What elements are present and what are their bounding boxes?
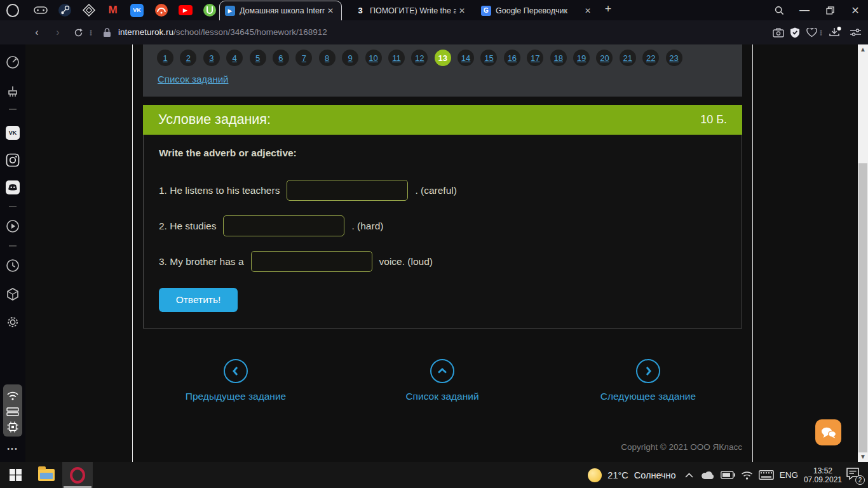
exercise-heading: Write the adverb or adjective: <box>159 147 297 159</box>
steam-icon[interactable] <box>57 3 72 18</box>
pagination-item-21[interactable]: 21 <box>620 50 636 66</box>
pagination-item-4[interactable]: 4 <box>226 50 243 66</box>
network-wifi-tray-icon[interactable] <box>741 471 753 480</box>
pagination-item-11[interactable]: 11 <box>388 50 405 66</box>
pagination-item-12[interactable]: 12 <box>411 50 428 66</box>
gem-icon[interactable] <box>81 3 96 18</box>
gmail-icon[interactable]: M <box>105 3 120 18</box>
pagination-item-8[interactable]: 8 <box>319 50 336 66</box>
back-icon[interactable]: ‹ <box>29 25 44 40</box>
sidebar-more-icon[interactable]: ••• <box>0 445 25 452</box>
close-window-button[interactable]: ✕ <box>843 0 868 20</box>
weather-temp[interactable]: 21°C <box>607 470 628 480</box>
more-dots-icon[interactable]: ••• <box>88 25 94 40</box>
pagination-item-16[interactable]: 16 <box>504 50 520 66</box>
pagination-item-5[interactable]: 5 <box>250 50 266 66</box>
language-indicator[interactable]: ENG <box>780 470 798 480</box>
scroll-up-icon[interactable]: ▲ <box>858 44 868 55</box>
pagination-item-10[interactable]: 10 <box>365 50 382 66</box>
pagination-item-17[interactable]: 17 <box>527 50 543 66</box>
pagination-item-1[interactable]: 1 <box>157 50 173 66</box>
page-scrollbar[interactable]: ▲ ▼ <box>858 44 868 462</box>
pagination-item-18[interactable]: 18 <box>550 50 567 66</box>
pagination-item-23[interactable]: 23 <box>666 50 682 66</box>
pagination-item-15[interactable]: 15 <box>480 50 497 66</box>
forward-icon[interactable]: › <box>50 25 65 40</box>
restore-button[interactable] <box>817 0 843 20</box>
tray-expand-chevron-icon[interactable] <box>685 473 693 478</box>
pagination-item-2[interactable]: 2 <box>180 50 196 66</box>
prev-task-nav[interactable]: Предыдущее задание <box>166 359 306 402</box>
tab-interneturok[interactable]: ▶ Домашняя школа Internet ✕ <box>219 1 342 20</box>
battery-icon[interactable] <box>721 471 735 479</box>
new-tab-button[interactable]: + <box>600 3 616 16</box>
tab-search-icon[interactable] <box>766 0 792 20</box>
tune-sliders-icon[interactable] <box>848 25 863 40</box>
weather-sun-icon[interactable] <box>588 468 602 482</box>
opera-gx-taskbar-button[interactable] <box>62 462 93 488</box>
pagination-item-14[interactable]: 14 <box>458 50 474 66</box>
utorrent-icon[interactable] <box>202 3 217 18</box>
close-tab-icon[interactable]: ✕ <box>456 5 468 17</box>
close-tab-icon[interactable]: ✕ <box>582 5 593 17</box>
settings-gear-icon[interactable] <box>5 315 20 330</box>
answer-input-3[interactable] <box>251 251 372 272</box>
chat-widget-button[interactable] <box>815 419 841 445</box>
snapshot-camera-icon[interactable] <box>771 25 786 40</box>
task-points: 10 Б. <box>700 113 727 126</box>
downloads-icon[interactable] <box>827 25 843 40</box>
cleaner-broom-icon[interactable] <box>5 85 20 100</box>
answer-input-1[interactable] <box>287 180 408 201</box>
minimize-button[interactable]: — <box>792 0 817 20</box>
question-text: 1. He listens to his teachers <box>159 185 280 196</box>
speed-dial-icon[interactable] <box>5 55 20 70</box>
tab-google-translate[interactable]: G Google Переводчик ✕ <box>476 1 599 20</box>
close-tab-icon[interactable]: ✕ <box>325 5 336 17</box>
adblock-shield-icon[interactable] <box>787 25 803 40</box>
vk-icon[interactable]: VK <box>130 3 144 18</box>
pagination-item-20[interactable]: 20 <box>596 50 613 66</box>
question-text: 3. My brother has a <box>159 256 244 268</box>
instagram-icon[interactable] <box>5 152 20 168</box>
tab-pomogite[interactable]: 3 ПОМОГИТЕ) Write the adv ✕ <box>350 1 473 20</box>
pagination-item-3[interactable]: 3 <box>203 50 220 66</box>
discord-icon[interactable] <box>5 180 20 195</box>
extensions-cube-icon[interactable] <box>5 287 20 302</box>
question-suffix: . (hard) <box>351 220 383 232</box>
clock[interactable]: 13:52 07.09.2021 <box>804 466 842 484</box>
player-play-icon[interactable] <box>5 219 20 234</box>
system-monitor-panel[interactable] <box>3 384 22 437</box>
task-list-nav[interactable]: Список заданий <box>372 359 512 402</box>
task-list-link-top[interactable]: Список заданий <box>158 74 228 85</box>
scrollbar-thumb[interactable] <box>858 163 867 452</box>
pagination-item-7[interactable]: 7 <box>295 50 312 66</box>
next-task-nav[interactable]: Следующее задание <box>578 359 718 402</box>
question-row-1: 1. He listens to his teachers . (careful… <box>159 180 457 201</box>
pagination-item-19[interactable]: 19 <box>573 50 590 66</box>
youtube-icon[interactable]: ▶ <box>178 3 193 18</box>
pagination-item-9[interactable]: 9 <box>342 50 358 66</box>
vk-sidebar-icon[interactable]: VK <box>5 125 20 140</box>
touch-keyboard-icon[interactable] <box>759 470 774 480</box>
weather-condition[interactable]: Солнечно <box>634 470 676 480</box>
history-clock-icon[interactable] <box>5 258 20 273</box>
notification-center-button[interactable]: 2 <box>846 468 862 483</box>
scroll-down-icon[interactable]: ▼ <box>858 452 868 462</box>
address-bar[interactable]: interneturok.ru/school/lesson/34645/home… <box>118 27 327 37</box>
opera-menu-icon[interactable] <box>6 4 19 17</box>
tab-title: Google Переводчик <box>496 6 582 15</box>
start-button[interactable] <box>0 462 31 488</box>
pagination-item-22[interactable]: 22 <box>642 50 659 66</box>
gitkraken-icon[interactable] <box>154 3 168 18</box>
windows-taskbar: 21°C Солнечно ENG 13:52 07.09.2021 <box>0 462 868 488</box>
pagination-item-13[interactable]: 13 <box>435 50 451 66</box>
lock-icon[interactable] <box>99 25 114 40</box>
onedrive-cloud-icon[interactable] <box>701 471 715 480</box>
reload-icon[interactable] <box>71 25 86 40</box>
answer-button[interactable]: Ответить! <box>159 288 238 312</box>
pagination-item-6[interactable]: 6 <box>273 50 289 66</box>
bookmarks-heart-icon[interactable] <box>804 25 819 40</box>
answer-input-2[interactable] <box>223 215 344 236</box>
file-explorer-button[interactable] <box>31 462 62 488</box>
gamepad-icon[interactable] <box>33 3 48 18</box>
